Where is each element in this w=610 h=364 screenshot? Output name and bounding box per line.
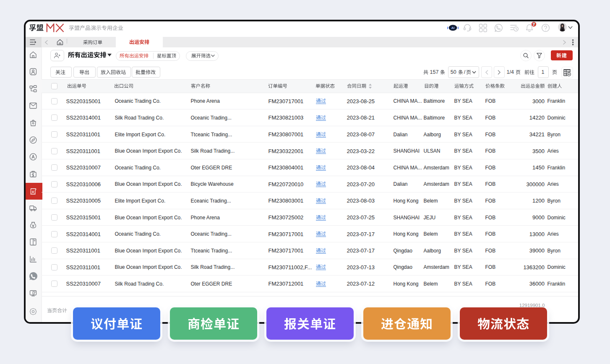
svg-text:AI: AI bbox=[451, 26, 454, 30]
svg-text:7: 7 bbox=[532, 22, 534, 26]
